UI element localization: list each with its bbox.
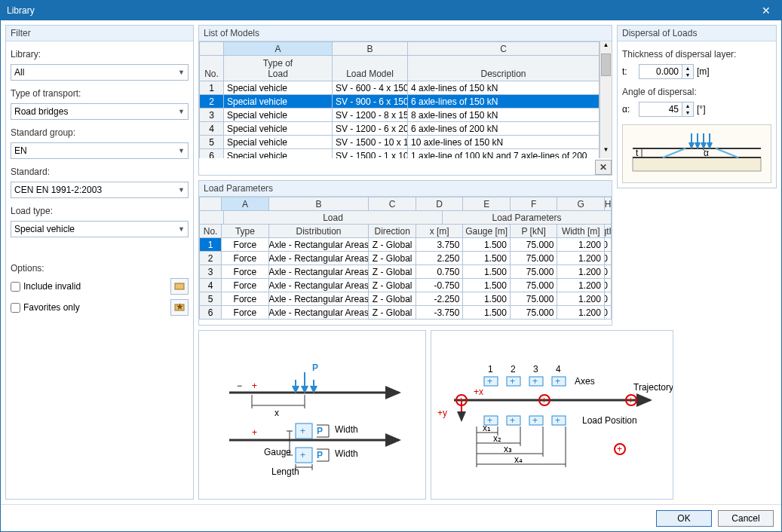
angle-input[interactable] bbox=[639, 102, 682, 117]
svg-text:α: α bbox=[704, 148, 709, 158]
models-grid[interactable]: A B C No. Type of Load Load Model Descri… bbox=[199, 41, 600, 158]
svg-text:★: ★ bbox=[176, 303, 184, 312]
favorites-only-label: Favorites only bbox=[23, 302, 80, 313]
svg-text:x₁: x₁ bbox=[483, 423, 491, 433]
chevron-down-icon: ▼ bbox=[178, 147, 185, 154]
svg-text:+: + bbox=[555, 376, 560, 387]
table-row[interactable]: 1Special vehicleSV - 600 - 4 x 1504 axle… bbox=[200, 81, 600, 95]
chevron-down-icon: ▼ bbox=[178, 69, 185, 76]
table-row[interactable]: 3Special vehicleSV - 1200 - 8 x 1508 axl… bbox=[200, 109, 600, 122]
spin-up-icon[interactable]: ▲ bbox=[682, 102, 693, 109]
ok-button[interactable]: OK bbox=[656, 510, 712, 527]
stdgroup-label: Standard group: bbox=[11, 127, 189, 138]
window-title: Library bbox=[7, 5, 35, 16]
models-scrollbar[interactable]: ▲ ▼ bbox=[600, 41, 612, 158]
svg-text:1: 1 bbox=[488, 364, 493, 375]
svg-text:t: t bbox=[636, 148, 639, 158]
table-row[interactable]: 2ForceAxle - Rectangular AreasZ - Global… bbox=[200, 252, 612, 265]
loadtype-label: Load type: bbox=[11, 206, 189, 216]
standard-combo[interactable]: CEN EN 1991-2:2003 ▼ bbox=[11, 182, 189, 198]
svg-text:x: x bbox=[274, 408, 279, 418]
svg-text:+: + bbox=[510, 415, 515, 426]
table-row[interactable]: 6Special vehicleSV - 1500 - 1 x 100 + 7 … bbox=[200, 149, 600, 158]
table-row[interactable]: 6ForceAxle - Rectangular AreasZ - Global… bbox=[200, 306, 612, 320]
include-invalid-check[interactable] bbox=[11, 282, 20, 292]
svg-rect-86 bbox=[633, 157, 761, 171]
library-label: Library: bbox=[11, 49, 189, 60]
transport-label: Type of transport: bbox=[11, 88, 189, 99]
close-icon: ✕ bbox=[600, 162, 607, 173]
thickness-spinner[interactable]: ▲▼ bbox=[639, 64, 694, 79]
svg-text:P: P bbox=[317, 426, 323, 436]
svg-text:−: − bbox=[237, 381, 242, 391]
thickness-input[interactable] bbox=[639, 64, 682, 79]
stdgroup-combo[interactable]: EN ▼ bbox=[11, 142, 189, 159]
svg-text:P: P bbox=[312, 362, 318, 373]
options-label: Options: bbox=[11, 263, 189, 274]
standard-label: Standard: bbox=[11, 167, 189, 177]
svg-text:+: + bbox=[555, 415, 560, 426]
svg-text:+: + bbox=[510, 376, 515, 387]
favorites-only-check[interactable] bbox=[11, 303, 20, 313]
titlebar: Library ✕ bbox=[1, 1, 781, 20]
filter-icon-button-2[interactable]: ★ bbox=[170, 299, 189, 316]
svg-text:x₃: x₃ bbox=[504, 444, 512, 454]
load-diagram-left: − + P x + bbox=[198, 330, 426, 500]
models-title: List of Models bbox=[199, 26, 612, 41]
spin-down-icon[interactable]: ▼ bbox=[682, 72, 693, 78]
loadtype-combo[interactable]: Special vehicle ▼ bbox=[11, 221, 189, 237]
svg-line-93 bbox=[663, 148, 685, 157]
svg-text:+y: +y bbox=[437, 408, 447, 418]
chevron-down-icon: ▼ bbox=[178, 186, 185, 194]
svg-text:+: + bbox=[541, 395, 547, 405]
library-combo[interactable]: All ▼ bbox=[11, 64, 189, 81]
table-row[interactable]: 3ForceAxle - Rectangular AreasZ - Global… bbox=[200, 265, 612, 279]
svg-text:x₄: x₄ bbox=[514, 454, 523, 465]
svg-text:+: + bbox=[532, 376, 538, 387]
table-row[interactable]: 4ForceAxle - Rectangular AreasZ - Global… bbox=[200, 279, 612, 292]
chevron-down-icon: ▼ bbox=[178, 225, 185, 233]
dispersal-title: Dispersal of Loads bbox=[618, 26, 776, 41]
svg-rect-0 bbox=[175, 283, 184, 289]
angle-spinner[interactable]: ▲▼ bbox=[639, 102, 694, 117]
filter-icon-button-1[interactable] bbox=[170, 278, 189, 295]
params-title: Load Parameters bbox=[199, 181, 612, 197]
include-invalid-label: Include invalid bbox=[23, 281, 81, 292]
params-grid[interactable]: A B C D E F G H Load bbox=[199, 197, 612, 320]
close-row-button[interactable]: ✕ bbox=[595, 160, 612, 175]
table-row[interactable]: 5Special vehicleSV - 1500 - 10 x 15010 a… bbox=[200, 136, 600, 149]
table-row[interactable]: 1ForceAxle - Rectangular AreasZ - Global… bbox=[200, 238, 612, 252]
svg-text:Axes: Axes bbox=[575, 376, 595, 387]
svg-text:+: + bbox=[300, 450, 305, 460]
svg-text:3: 3 bbox=[533, 364, 538, 375]
svg-text:Length: Length bbox=[271, 466, 299, 477]
filter-title: Filter bbox=[6, 26, 193, 41]
svg-line-94 bbox=[716, 148, 738, 157]
folder-icon bbox=[174, 282, 185, 291]
svg-text:+: + bbox=[532, 415, 538, 426]
svg-text:Width: Width bbox=[335, 448, 358, 459]
svg-text:2: 2 bbox=[511, 364, 516, 375]
table-row[interactable]: 2Special vehicleSV - 900 - 6 x 1506 axle… bbox=[200, 95, 600, 109]
spin-up-icon[interactable]: ▲ bbox=[682, 65, 693, 72]
svg-text:Width: Width bbox=[335, 424, 358, 435]
svg-text:4: 4 bbox=[556, 364, 561, 375]
chevron-down-icon: ▼ bbox=[178, 108, 185, 115]
folder-star-icon: ★ bbox=[174, 303, 185, 312]
dispersal-diagram: t α bbox=[622, 124, 771, 183]
svg-text:P: P bbox=[317, 450, 323, 460]
close-icon[interactable]: ✕ bbox=[757, 5, 775, 17]
table-row[interactable]: 5ForceAxle - Rectangular AreasZ - Global… bbox=[200, 292, 612, 306]
thickness-label: Thickness of dispersal layer: bbox=[622, 49, 771, 60]
table-row[interactable]: 4Special vehicleSV - 1200 - 6 x 2006 axl… bbox=[200, 122, 600, 136]
transport-combo[interactable]: Road bridges ▼ bbox=[11, 103, 189, 120]
svg-text:+: + bbox=[252, 381, 257, 391]
svg-text:Gauge: Gauge bbox=[264, 447, 291, 457]
cancel-button[interactable]: Cancel bbox=[718, 510, 774, 527]
angle-label: Angle of dispersal: bbox=[622, 87, 771, 97]
svg-text:+: + bbox=[252, 427, 257, 438]
svg-text:+x: +x bbox=[474, 387, 483, 397]
svg-text:+: + bbox=[487, 376, 492, 387]
svg-text:+: + bbox=[300, 426, 305, 436]
spin-down-icon[interactable]: ▼ bbox=[682, 109, 693, 116]
